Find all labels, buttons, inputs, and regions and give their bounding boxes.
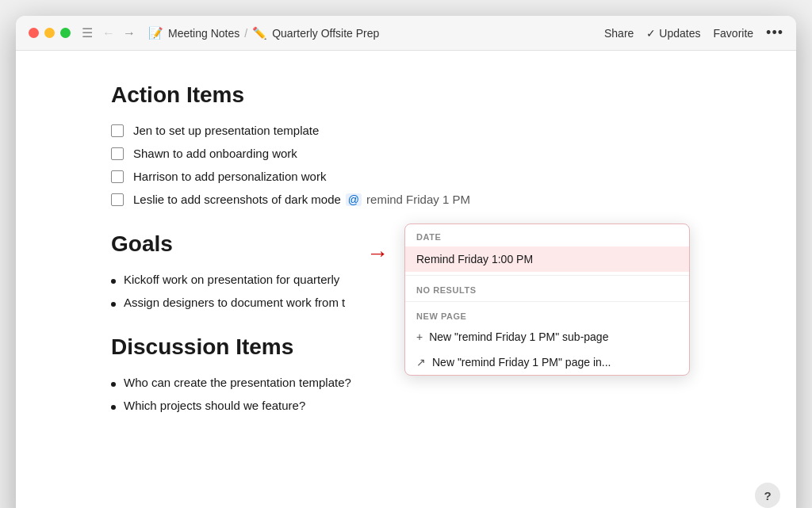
breadcrumb: 📝 Meeting Notes / ✏️ Quarterly Offsite P… [148,26,379,40]
list-item: Who can create the presentation template… [111,376,701,389]
action-items-title: Action Items [111,82,701,108]
discussion-list: Who can create the presentation template… [111,376,701,412]
list-item: Harrison to add personalization work [111,170,701,183]
bullet-dot [111,382,116,387]
favorite-button[interactable]: Favorite [714,27,754,40]
list-item: Which projects should we feature? [111,399,701,412]
divider-2 [405,301,689,302]
goal-text: Kickoff work on presentation for quarter… [124,273,339,286]
list-item: Leslie to add screenshots of dark mode @… [111,193,701,206]
help-button[interactable]: ? [755,483,780,508]
dropdown-popup: DATE Remind Friday 1:00 PM NO RESULTS NE… [404,223,690,376]
item-text: Shawn to add onboarding work [133,147,297,160]
arrow-indicator: → [366,241,389,266]
close-button[interactable] [29,28,39,38]
quarterly-offsite-icon: ✏️ [252,26,267,40]
breadcrumb-meeting-notes[interactable]: Meeting Notes [168,27,239,40]
item-text: Harrison to add personalization work [133,170,326,183]
plus-icon: + [416,330,423,343]
checkbox-2[interactable] [111,147,124,160]
at-mention[interactable]: @ [346,193,362,206]
divider-1 [405,275,689,276]
new-page-in-button[interactable]: ↗ New "remind Friday 1 PM" page in... [405,349,689,375]
breadcrumb-quarterly-offsite[interactable]: Quarterly Offsite Prep [272,27,379,40]
check-icon: ✓ [646,27,656,40]
action-items-list: Jen to set up presentation template Shaw… [111,124,701,206]
date-section: DATE Remind Friday 1:00 PM [405,224,689,272]
maximize-button[interactable] [60,28,71,38]
new-page-in-label: New "remind Friday 1 PM" page in... [432,356,611,369]
arrow-up-right-icon: ↗ [416,356,426,369]
more-options-button[interactable]: ••• [766,25,783,41]
main-content: Action Items Jen to set up presentation … [16,51,796,508]
back-button[interactable]: ← [101,26,117,40]
no-results-header: NO RESULTS [405,279,689,298]
list-item: Jen to set up presentation template [111,124,701,137]
date-section-header: DATE [405,224,689,246]
dropdown-container: → DATE Remind Friday 1:00 PM NO RESULTS … [404,223,690,376]
bullet-dot [111,405,116,410]
list-item: Shawn to add onboarding work [111,147,701,160]
new-subpage-label: New "remind Friday 1 PM" sub-page [429,330,608,343]
titlebar-right: Share ✓ Updates Favorite ••• [604,25,783,41]
discussion-text: Which projects should we feature? [124,399,305,412]
bullet-dot [111,279,116,284]
item-text-with-mention: Leslie to add screenshots of dark mode @… [133,193,470,206]
updates-button[interactable]: ✓ Updates [646,27,700,40]
reminder-text: remind Friday 1 PM [366,193,470,206]
forward-button[interactable]: → [121,26,137,40]
titlebar: ☰ ← → 📝 Meeting Notes / ✏️ Quarterly Off… [16,16,796,51]
new-page-header: NEW PAGE [405,305,689,324]
item-text: Jen to set up presentation template [133,124,319,137]
minimize-button[interactable] [44,28,55,38]
app-window: ☰ ← → 📝 Meeting Notes / ✏️ Quarterly Off… [16,16,796,508]
sidebar-toggle-icon[interactable]: ☰ [82,25,93,40]
checkbox-4[interactable] [111,193,124,206]
new-subpage-button[interactable]: + New "remind Friday 1 PM" sub-page [405,324,689,349]
breadcrumb-separator: / [244,27,247,40]
checkbox-3[interactable] [111,170,124,183]
share-button[interactable]: Share [604,27,634,40]
date-item[interactable]: Remind Friday 1:00 PM [405,246,689,272]
checkbox-1[interactable] [111,124,124,137]
goal-text: Assign designers to document work from t [124,296,345,309]
titlebar-left: ☰ ← → 📝 Meeting Notes / ✏️ Quarterly Off… [82,25,379,40]
bullet-dot [111,302,116,307]
meeting-notes-icon: 📝 [148,26,163,40]
discussion-text: Who can create the presentation template… [124,376,351,389]
traffic-lights [29,28,71,38]
